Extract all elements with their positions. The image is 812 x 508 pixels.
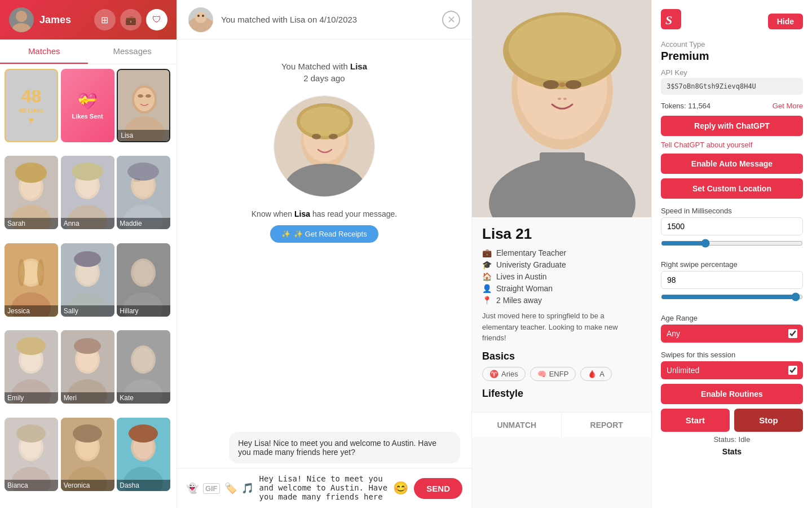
likes-sent-card[interactable]: 💝 Likes Sent <box>61 69 114 142</box>
heart-ribbon-icon: 💝 <box>78 92 98 111</box>
svg-point-37 <box>133 261 153 284</box>
profile-actions: UNMATCH REPORT <box>472 412 651 437</box>
profile-tags: ♈ Aries 🧠 ENFP 🩸 A <box>482 367 641 381</box>
match-card-hillary[interactable]: Hillary <box>117 243 170 317</box>
sidebar-username: James <box>39 14 71 26</box>
match-card-bianca[interactable]: Bianca <box>5 418 58 491</box>
arrow-down-icon: ▼ <box>27 116 36 126</box>
profile-orientation: 👤 Straight Woman <box>482 284 641 293</box>
swipes-checkbox[interactable] <box>788 366 797 375</box>
speed-slider-container <box>661 239 803 250</box>
speed-slider[interactable] <box>661 239 803 248</box>
brain-icon: 🧠 <box>537 370 546 378</box>
svg-point-88 <box>558 98 561 100</box>
svg-point-84 <box>509 15 616 81</box>
sticker-icon[interactable]: 🏷️ <box>224 482 237 494</box>
match-card-dasha[interactable]: Dasha <box>117 418 170 491</box>
tell-chatgpt-link[interactable]: Tell ChatGPT about yourself <box>661 141 803 149</box>
profile-name-age: Lisa 21 <box>482 225 641 243</box>
tag-blood-type: 🩸 A <box>580 367 612 381</box>
swipes-label: Swipes for this session <box>661 351 803 359</box>
gif-icon[interactable]: GIF <box>203 483 220 494</box>
svg-point-21 <box>127 163 159 181</box>
profile-distance: 📍 2 Miles away <box>482 296 641 305</box>
match-card-meri[interactable]: Meri <box>61 330 114 404</box>
svg-point-51 <box>133 348 153 371</box>
reply-chatgpt-button[interactable]: Reply with ChatGPT <box>661 116 803 136</box>
match-card-veronica[interactable]: Veronica <box>61 418 114 491</box>
unmatch-button[interactable]: UNMATCH <box>472 413 562 437</box>
tab-matches[interactable]: Matches <box>0 40 88 64</box>
svg-point-7 <box>145 94 151 98</box>
chat-input-area: 👻 GIF 🏷️ 🎵 Hey Lisa! Nice to meet you an… <box>177 468 471 508</box>
svg-point-0 <box>16 11 27 22</box>
right-panel: S Hide Account Type Premium API Key 3$S7… <box>652 0 812 508</box>
svg-point-77 <box>312 134 321 139</box>
match-card-maddie[interactable]: Maddie <box>117 156 170 229</box>
match-card-lisa[interactable]: Lisa <box>117 69 170 142</box>
bag-icon-button[interactable]: 💼 <box>120 9 142 30</box>
match-card-kate[interactable]: Kate <box>117 330 170 404</box>
right-swipe-slider-container <box>661 292 803 304</box>
get-more-link[interactable]: Get More <box>773 102 803 110</box>
right-swipe-input[interactable] <box>661 271 803 289</box>
stop-button[interactable]: Stop <box>734 409 803 432</box>
hide-button[interactable]: Hide <box>768 14 803 29</box>
snapchat-icon[interactable]: 👻 <box>186 482 198 494</box>
set-custom-location-button[interactable]: Set Custom Location <box>661 178 803 199</box>
speed-input[interactable] <box>661 217 803 235</box>
swipes-row: Unlimited <box>661 361 803 379</box>
read-receipts-info: Know when Lisa has read your message. <box>251 209 397 218</box>
sidebar: James ⊞ 💼 🛡 Matches Messages 48 48 Likes… <box>0 0 177 508</box>
emoji-button[interactable]: 😊 <box>393 481 408 496</box>
svg-point-42 <box>16 337 46 355</box>
profile-education: 🎓 Univeristy Graduate <box>482 260 641 269</box>
chat-close-button[interactable]: ✕ <box>442 11 460 29</box>
enable-routines-button[interactable]: Enable Routines <box>661 384 803 404</box>
report-button[interactable]: REPORT <box>562 413 651 437</box>
tokens-text: Tokens: 11,564 <box>661 102 710 110</box>
get-read-receipts-button[interactable]: ✨ ✨ Get Read Receipts <box>270 225 378 243</box>
status-text: Status: Idle <box>661 435 803 444</box>
start-button[interactable]: Start <box>661 409 730 432</box>
account-type-value: Premium <box>661 50 803 63</box>
chat-body: You Matched with Lisa 2 days ago Know wh… <box>177 40 471 265</box>
chat-header: You matched with Lisa on 4/10/2023 ✕ <box>177 0 471 40</box>
svg-point-4 <box>134 87 155 111</box>
start-stop-row: Start Stop <box>661 409 803 432</box>
match-card-label-dasha: Dasha <box>117 480 170 491</box>
svg-point-33 <box>74 251 101 267</box>
stats-link[interactable]: Stats <box>661 447 803 456</box>
chat-profile-photo <box>273 95 375 197</box>
match-card-label-kate: Kate <box>117 392 170 404</box>
match-card-anna[interactable]: Anna <box>61 156 114 229</box>
home-icon: 🏠 <box>482 272 492 281</box>
avatar <box>9 7 34 32</box>
right-swipe-slider[interactable] <box>661 292 803 301</box>
enable-auto-message-button[interactable]: Enable Auto Message <box>661 154 803 174</box>
tab-messages[interactable]: Messages <box>88 40 176 64</box>
svg-text:S: S <box>665 13 672 27</box>
match-card-jessica[interactable]: Jessica <box>5 243 58 317</box>
send-button[interactable]: SEND <box>414 478 462 499</box>
likes-card[interactable]: 48 48 Likes ▼ <box>5 69 58 142</box>
match-card-sarah[interactable]: Sarah <box>5 156 58 229</box>
tag-enfp: 🧠 ENFP <box>530 367 576 381</box>
shield-icon-button[interactable]: 🛡 <box>146 9 167 30</box>
svg-point-85 <box>543 80 559 89</box>
age-range-row: Any <box>661 325 803 343</box>
chat-message-input[interactable]: Hey Lisa! Nice to meet you and welcome t… <box>259 474 388 502</box>
spotify-icon[interactable]: 🎵 <box>241 482 254 494</box>
grid-icon-button[interactable]: ⊞ <box>94 9 116 30</box>
sidebar-user: James <box>9 7 71 32</box>
match-card-emily[interactable]: Emily <box>5 330 58 404</box>
svg-point-6 <box>138 94 143 98</box>
svg-point-28 <box>37 259 44 286</box>
match-card-sally[interactable]: Sally <box>61 243 114 317</box>
right-panel-header: S Hide <box>661 9 803 33</box>
lifestyle-section-title: Lifestyle <box>482 388 641 400</box>
svg-point-66 <box>129 424 158 443</box>
api-key-label: API Key <box>661 68 803 77</box>
svg-point-11 <box>15 163 47 183</box>
age-range-checkbox[interactable] <box>788 329 797 338</box>
